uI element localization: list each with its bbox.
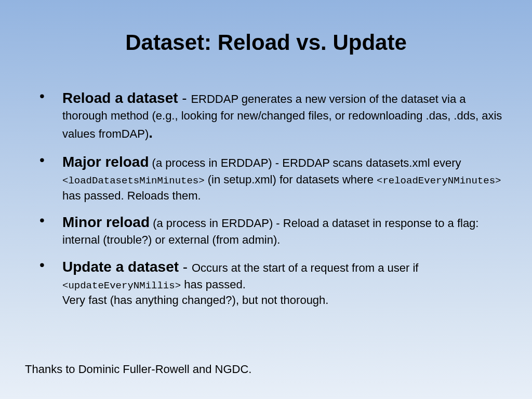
bullet-lead: Major reload (62, 154, 149, 170)
code-token: <loadDatasetsMinMinutes> (62, 175, 205, 187)
bullet-body: (a process in ERDDAP) - (153, 217, 283, 230)
bullet-lead: Reload a dataset (62, 90, 178, 106)
credits-line: Thanks to Dominic Fuller-Rowell and NGDC… (25, 363, 251, 376)
list-item: Minor reload (a process in ERDDAP) - Rel… (39, 212, 507, 247)
bullet-period: . (149, 125, 153, 141)
bullet-body: Very fast (has anything changed?), but n… (62, 294, 328, 307)
list-item: Major reload (a process in ERDDAP) - ERD… (39, 152, 507, 203)
bullet-body: (in setup.xml) for datasets where (205, 173, 377, 186)
bullet-list: Reload a dataset - ERDDAP generates a ne… (25, 88, 507, 308)
code-token: <updateEveryNMillis> (62, 280, 181, 291)
slide-title: Dataset: Reload vs. Update (25, 30, 507, 55)
list-item: Reload a dataset - ERDDAP generates a ne… (39, 88, 507, 143)
code-token: <reloadEveryNMinutes> (377, 175, 501, 187)
bullet-dash: - (179, 259, 192, 275)
bullet-body: has passed. (181, 278, 246, 291)
list-item: Update a dataset - Occurs at the start o… (39, 257, 507, 308)
bullet-lead: Minor reload (62, 214, 150, 230)
bullet-body: (a process in ERDDAP) - ERDDAP scans dat… (152, 156, 461, 169)
bullet-lead: Update a dataset (62, 259, 179, 275)
bullet-body: Occurs at the start of a request from a … (192, 261, 419, 274)
bullet-dash: - (178, 90, 191, 106)
bullet-body: has passed. Reloads them. (62, 189, 201, 202)
